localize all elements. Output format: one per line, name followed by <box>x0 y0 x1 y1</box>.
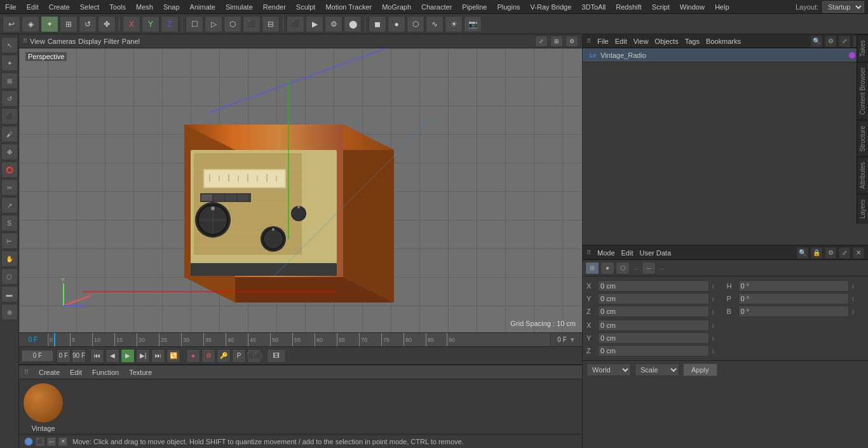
point-mode-button[interactable]: ▷ <box>205 16 222 32</box>
rp-options-btn[interactable]: ⚙ <box>825 36 836 47</box>
btn-keyframe[interactable]: 🔑 <box>217 349 231 363</box>
menu-character[interactable]: Character <box>416 2 457 12</box>
tool-scale[interactable]: ⊞ <box>1 72 18 89</box>
mat-menu-texture[interactable]: Texture <box>129 369 152 376</box>
menu-redshift[interactable]: Redshift <box>611 2 646 12</box>
menu-create[interactable]: Create <box>44 2 75 12</box>
scale-button[interactable]: ⊞ <box>60 16 78 32</box>
coord-scale-x-input[interactable] <box>598 320 709 331</box>
attr-tab-object[interactable]: ● <box>600 262 614 275</box>
attr-tab-coords[interactable]: ⊞ <box>585 262 599 275</box>
tool-magnet[interactable]: ✤ <box>1 144 18 160</box>
coord-x-pos-input[interactable] <box>598 280 709 292</box>
frame-end-input[interactable]: 90 F <box>72 349 86 363</box>
render-region-button[interactable]: ⬛ <box>287 16 304 32</box>
viewport-settings-btn[interactable]: ⚙ <box>566 36 578 47</box>
menu-file[interactable]: File <box>0 2 22 12</box>
coord-b-rot-input[interactable] <box>738 306 850 317</box>
rp-menu-objects[interactable]: Objects <box>654 37 678 45</box>
rp-menu-bookmarks[interactable]: Bookmarks <box>706 37 741 45</box>
tool-rotate[interactable]: ↺ <box>1 90 18 107</box>
tool-bend[interactable]: ↗ <box>1 197 18 214</box>
menu-simulate[interactable]: Simulate <box>220 2 258 12</box>
transform-button[interactable]: ✤ <box>98 16 116 32</box>
scale-select[interactable]: Scale Freeze <box>635 363 679 376</box>
attr-close-btn[interactable]: ✕ <box>853 247 864 259</box>
menu-snap[interactable]: Snap <box>158 2 185 12</box>
menu-script[interactable]: Script <box>647 2 675 12</box>
material-thumbnail[interactable] <box>23 383 64 423</box>
frame-start-input[interactable]: 0 F <box>22 350 53 362</box>
tab-content-browser[interactable]: Content Browser <box>857 62 868 119</box>
object-dot-1[interactable] <box>849 52 855 58</box>
menu-render[interactable]: Render <box>258 2 291 12</box>
mat-menu-create[interactable]: Create <box>39 369 60 376</box>
btn-go-end[interactable]: ⏭ <box>151 349 165 363</box>
mat-menu-function[interactable]: Function <box>92 369 119 376</box>
frame-start-input2[interactable]: 0 F <box>57 349 71 363</box>
tool-flatten[interactable]: ▬ <box>1 286 18 302</box>
menu-3dtoall[interactable]: 3DToAll <box>576 2 611 12</box>
viewport-layout-btn[interactable]: ⊞ <box>550 36 563 47</box>
layout-select[interactable]: Startup <box>822 1 864 13</box>
menu-select[interactable]: Select <box>75 2 105 12</box>
y-axis-button[interactable]: Y <box>142 16 159 32</box>
coord-h-rot-input[interactable] <box>738 280 850 292</box>
menu-vray[interactable]: V-Ray Bridge <box>526 2 577 12</box>
attr-lock-btn[interactable]: 🔒 <box>811 247 822 259</box>
cube-button[interactable]: ◼ <box>369 16 386 32</box>
btn-motion-clip[interactable]: P <box>232 349 246 363</box>
tool-cursor[interactable]: ↖ <box>1 37 18 53</box>
btn-next-frame[interactable]: ▶| <box>136 349 150 363</box>
attr-search-btn[interactable]: 🔍 <box>797 247 808 259</box>
timeline-playhead[interactable] <box>54 333 55 346</box>
tab-takes[interactable]: Takes <box>857 34 868 62</box>
anim-record-button[interactable]: ⬤ <box>344 16 362 32</box>
coord-p-rot-input[interactable] <box>738 293 850 304</box>
menu-animate[interactable]: Animate <box>185 2 220 12</box>
live-select-button[interactable]: ◈ <box>22 16 39 32</box>
world-select[interactable]: World Object Camera <box>587 363 631 376</box>
tool-scrape[interactable]: ⊢ <box>1 233 18 249</box>
spline-button[interactable]: ∿ <box>426 16 444 32</box>
tool-move[interactable]: ✦ <box>1 55 18 71</box>
btn-record-auto[interactable]: ⚙ <box>201 349 215 363</box>
poly-mode-button[interactable]: ⬛ <box>243 16 261 32</box>
viewport-menu-view[interactable]: View <box>30 37 45 45</box>
x-axis-button[interactable]: X <box>123 16 140 32</box>
viewport-menu-filter[interactable]: Filter <box>104 37 119 45</box>
rp-menu-tags[interactable]: Tags <box>685 37 700 45</box>
rotate-button[interactable]: ↺ <box>79 16 97 32</box>
attr-menu-mode[interactable]: Mode <box>597 249 615 257</box>
menu-tools[interactable]: Tools <box>104 2 131 12</box>
rp-expand-btn[interactable]: ⤢ <box>839 36 850 47</box>
attr-tab-extra1[interactable]: -- <box>642 262 656 275</box>
material-item[interactable]: Vintage <box>23 383 64 432</box>
undo-button[interactable]: ↩ <box>3 16 20 32</box>
attr-menu-userdata[interactable]: User Data <box>640 249 672 257</box>
render-settings-button[interactable]: ⚙ <box>325 16 342 32</box>
menu-window[interactable]: Window <box>675 2 710 12</box>
menu-plugins[interactable]: Plugins <box>492 2 525 12</box>
mat-menu-edit[interactable]: Edit <box>70 369 82 376</box>
status-close[interactable]: ✕ <box>58 437 67 446</box>
viewport-menu-panel[interactable]: Panel <box>122 37 140 45</box>
render-view-button[interactable]: ▶ <box>306 16 323 32</box>
rp-menu-file[interactable]: File <box>597 37 609 45</box>
tab-attributes[interactable]: Attributes <box>857 156 868 194</box>
uvw-mode-button[interactable]: ⊟ <box>262 16 280 32</box>
apply-button[interactable]: Apply <box>683 363 717 376</box>
sphere-button[interactable]: ● <box>388 16 405 32</box>
3d-viewport[interactable]: Perspective <box>19 48 582 332</box>
timeline-track[interactable]: 0 5 10 15 20 25 30 35 40 45 50 55 60 65 … <box>48 333 550 346</box>
btn-record[interactable]: ● <box>186 349 200 363</box>
attr-menu-edit[interactable]: Edit <box>621 249 634 257</box>
menu-mesh[interactable]: Mesh <box>131 2 158 12</box>
nurbs-button[interactable]: ⬡ <box>407 16 424 32</box>
coord-scale-y-input[interactable] <box>598 332 709 344</box>
tool-grab[interactable]: ✋ <box>1 250 18 267</box>
btn-motion-tag[interactable]: ⬛⬛ <box>247 349 261 363</box>
btn-go-start[interactable]: ⏮ <box>90 349 104 363</box>
z-axis-button[interactable]: Z <box>161 16 179 32</box>
edge-mode-button[interactable]: ⬡ <box>224 16 241 32</box>
